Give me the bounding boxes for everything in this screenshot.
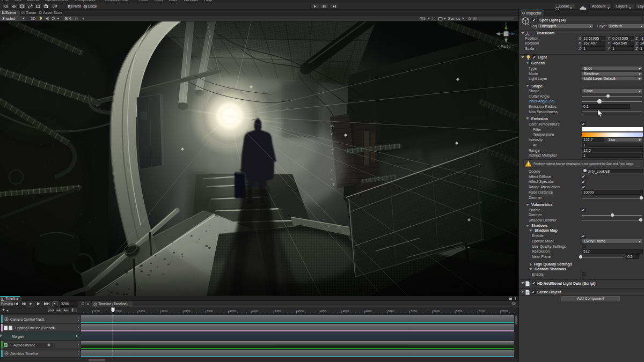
svg-text:4650: 4650 xyxy=(320,309,326,312)
svg-text:4950: 4950 xyxy=(365,309,372,312)
svg-text:0: 0 xyxy=(69,17,71,20)
svg-text:3750: 3750 xyxy=(184,309,191,312)
svg-text:3600: 3600 xyxy=(162,309,168,312)
svg-text:3450: 3450 xyxy=(138,309,145,312)
svg-text:5250: 5250 xyxy=(411,309,417,312)
svg-text:5400: 5400 xyxy=(433,309,440,312)
svg-text:5100: 5100 xyxy=(388,309,394,312)
svg-text:3900: 3900 xyxy=(207,309,213,312)
svg-text:3150: 3150 xyxy=(93,309,100,312)
svg-text:5850: 5850 xyxy=(501,309,508,312)
svg-text:4800: 4800 xyxy=(342,309,349,312)
svg-text:4350: 4350 xyxy=(275,309,281,312)
svg-text:4500: 4500 xyxy=(297,309,304,312)
svg-text:4200: 4200 xyxy=(252,309,259,312)
svg-text:5550: 5550 xyxy=(456,309,463,312)
svg-text:4050: 4050 xyxy=(229,309,236,312)
svg-text:5700: 5700 xyxy=(479,309,485,312)
svg-text:3300: 3300 xyxy=(116,309,122,312)
